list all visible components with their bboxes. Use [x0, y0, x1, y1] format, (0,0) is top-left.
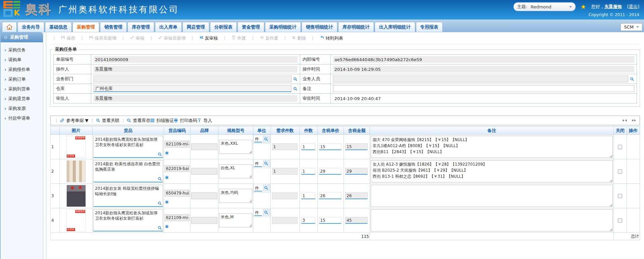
nav-tab[interactable]: 采购明细统计 — [265, 22, 301, 32]
demand-qty-field[interactable] — [272, 217, 298, 224]
form-input[interactable]: 东晨服饰 — [94, 95, 298, 102]
qty-field[interactable]: 3 — [301, 217, 315, 224]
brand-field[interactable] — [191, 168, 217, 175]
favorite-star-icon[interactable]: ★ — [581, 3, 586, 10]
search-icon[interactable] — [158, 177, 162, 181]
unit-price-field[interactable]: 15 — [319, 217, 342, 224]
search-icon[interactable] — [293, 77, 298, 81]
toolbar-button[interactable]: 保存 — [61, 35, 75, 41]
amount-field[interactable]: 45 — [345, 217, 368, 224]
form-input[interactable]: ae576ed6644048c3b17490ab272c6e59 — [333, 56, 634, 63]
expand-columns-icon[interactable] — [631, 118, 636, 123]
nav-tab[interactable]: 库存明细统计 — [338, 22, 374, 32]
nav-tab[interactable]: 销售明细统计 — [302, 22, 337, 32]
unit-field[interactable]: 件 — [254, 160, 262, 167]
home-tab[interactable] — [2, 22, 17, 32]
collapse-columns-icon[interactable] — [622, 118, 627, 123]
close-checkbox[interactable] — [618, 169, 622, 174]
toolbar-button[interactable]: 反审核 — [199, 35, 218, 41]
product-code-field[interactable]: 621109-mi-m — [165, 214, 190, 221]
detail-toolbar-button[interactable]: 查看库存 — [127, 118, 150, 124]
product-name-input[interactable]: 2014新款猫头鹰宽松套头加绒加厚卫衣女秋冬绒衫女装打底衫 — [93, 136, 163, 158]
search-icon[interactable] — [263, 136, 269, 142]
search-icon[interactable] — [158, 201, 162, 206]
search-icon[interactable] — [263, 209, 269, 216]
search-icon[interactable] — [158, 152, 162, 157]
unit-field[interactable]: 件 — [254, 136, 262, 142]
toolbar-button[interactable]: 转到列表 — [320, 35, 343, 41]
sidebar-item[interactable]: › 采购任务 — [1, 45, 43, 55]
sidebar-item[interactable]: › 采购报价单 — [1, 64, 43, 74]
detail-toolbar-button[interactable]: 查看关联 — [96, 118, 119, 124]
spec-field[interactable]: 灰色,均码 — [219, 189, 252, 203]
unit-field[interactable]: 件 — [254, 209, 262, 216]
product-name-input[interactable]: 2014新款 欧美性感连衣裙 白色蕾丝低胸夜店装 — [93, 160, 163, 182]
detail-toolbar-button[interactable]: 参考单据 ▼ — [60, 118, 88, 124]
sidebar-item[interactable]: › 采购退货单 — [1, 94, 43, 103]
product-name-input[interactable]: 2014新款猫头鹰宽松套头加绒加厚卫衣女秋冬绒衫女装打底衫 — [93, 209, 163, 231]
nav-tab[interactable]: 网店管理 — [182, 22, 209, 32]
spec-field[interactable]: 米色,XXL — [219, 140, 252, 154]
nav-tab[interactable]: 业务向导 — [17, 22, 44, 32]
gear-icon[interactable] — [165, 224, 190, 229]
theme-select[interactable]: 主题: Redmond — [514, 2, 576, 11]
spec-field[interactable]: 米色,M — [219, 213, 252, 227]
detail-toolbar-button[interactable]: 扫描验证 — [150, 118, 174, 124]
gear-icon[interactable] — [165, 151, 190, 155]
brand-field[interactable] — [191, 143, 217, 150]
close-checkbox[interactable] — [618, 218, 622, 223]
form-input[interactable]: 2014-10-09 16:29:05 — [333, 66, 634, 73]
remark-field[interactable]: 国大 470 金荣网络服饰【8215】【￥15】【NULL】 非凡1楼A012-… — [371, 136, 613, 158]
amount-field[interactable]: 29 — [345, 168, 368, 175]
gear-icon[interactable] — [165, 200, 190, 204]
close-checkbox[interactable] — [618, 145, 622, 149]
toolbar-button[interactable]: 删除 — [292, 35, 306, 41]
form-input[interactable] — [94, 76, 291, 82]
sidebar-item[interactable]: › 采购到货单 — [1, 84, 43, 94]
sidebar-item[interactable]: › 采购订单 — [1, 74, 43, 84]
form-input[interactable]: 201410090009 — [94, 56, 298, 63]
nav-tab[interactable]: 采购管理 — [72, 22, 99, 32]
search-icon[interactable] — [293, 87, 298, 91]
sidebar-item[interactable]: › 请购单 — [1, 55, 43, 64]
search-icon[interactable] — [158, 226, 162, 230]
unit-price-field[interactable]: 26 — [319, 192, 342, 199]
nav-tab[interactable]: 专用报表 — [416, 22, 443, 32]
demand-qty-field[interactable]: 1 — [272, 143, 298, 150]
product-code-field[interactable]: 650479-hui-j — [165, 190, 190, 197]
search-icon[interactable] — [630, 77, 634, 81]
remark-field[interactable]: 女人街 A12-3 媛悦服饰【1826】【￥28】【13922701209】 佰… — [371, 160, 613, 182]
brand-field[interactable] — [191, 192, 217, 199]
nav-tab[interactable]: 销售管理 — [100, 22, 127, 32]
remark-field[interactable] — [371, 185, 613, 207]
search-icon[interactable] — [263, 160, 269, 167]
nav-tab[interactable]: 资金管理 — [237, 22, 264, 32]
unit-price-field[interactable]: 29 — [319, 168, 342, 175]
form-input[interactable] — [333, 76, 628, 82]
product-code-field[interactable]: 621109-mi-x — [165, 141, 190, 147]
unit-price-field[interactable]: 15 — [319, 143, 342, 150]
nav-tab[interactable]: 分析报表 — [210, 22, 237, 32]
product-name-input[interactable]: 2014新款女装 韩版宽松蕾丝接拼蝙蝠袖长款t恤 — [93, 185, 163, 207]
search-icon[interactable] — [263, 185, 269, 191]
scm-select[interactable]: SCM — [621, 23, 642, 31]
toolbar-button[interactable]: 反作废 — [260, 35, 278, 41]
toolbar-button[interactable]: 作废 — [231, 35, 246, 41]
form-input[interactable]: 广州仓库 — [94, 85, 291, 92]
nav-tab[interactable]: 基础信息 — [45, 22, 72, 32]
sidebar-item[interactable]: › 采购发票 — [1, 103, 43, 113]
demand-qty-field[interactable] — [272, 192, 298, 199]
unit-field[interactable]: 件 — [254, 185, 262, 191]
product-code-field[interactable]: 622019-bai-x — [165, 165, 190, 172]
amount-field[interactable]: 15 — [345, 143, 368, 150]
qty-field[interactable]: 1 — [301, 143, 315, 150]
toolbar-button[interactable]: 审核后新增 — [158, 35, 185, 41]
qty-field[interactable]: 1 — [301, 168, 315, 175]
close-checkbox[interactable] — [618, 194, 622, 198]
brand-field[interactable] — [191, 217, 217, 224]
logout-link[interactable]: [退出] — [627, 4, 639, 10]
detail-toolbar-button[interactable]: 导入 — [197, 118, 212, 124]
nav-tab[interactable]: 出入库明细统计 — [375, 22, 415, 32]
username-link[interactable]: 东晨服饰 — [604, 4, 622, 9]
sidebar-item[interactable]: › 付款申请单 — [1, 113, 43, 123]
